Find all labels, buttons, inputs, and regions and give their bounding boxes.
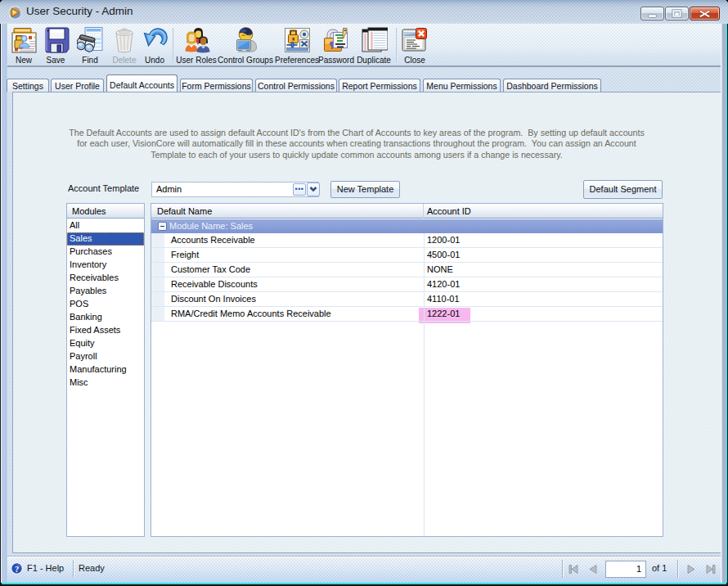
svg-text:?: ? (15, 565, 19, 574)
